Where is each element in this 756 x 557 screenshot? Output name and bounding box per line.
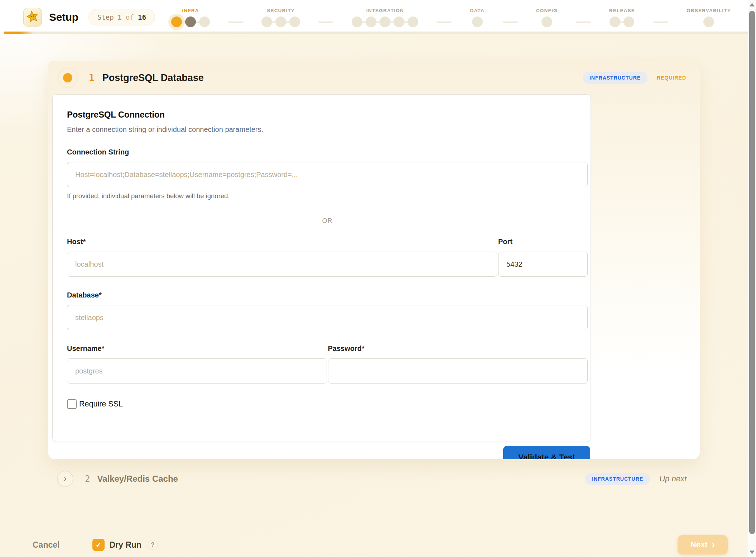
dry-run-help-button[interactable]: ? — [148, 540, 158, 550]
stage-label: OBSERVABILITY — [687, 8, 731, 13]
section1-header: 1 PostgreSQL Database INFRASTRUCTURE REQ… — [48, 61, 700, 94]
section2-number: 2 — [85, 474, 90, 484]
password-input[interactable] — [328, 358, 588, 384]
section-valkey-redis-cache: › 2 Valkey/Redis Cache INFRASTRUCTURE Up… — [48, 465, 700, 493]
progress-bar-track — [4, 32, 756, 34]
up-next-status: Up next — [659, 474, 687, 484]
active-step-dot — [63, 73, 72, 82]
dry-run-label: Dry Run — [109, 540, 141, 550]
stage-dot-done — [185, 16, 196, 27]
host-label: Host* — [67, 238, 497, 246]
stage-dot-pending — [703, 16, 714, 27]
stage-dot-pending — [352, 16, 362, 27]
stage-data: DATA — [470, 8, 484, 27]
stage-dot-pending — [380, 16, 390, 27]
required-badge: REQUIRED — [657, 75, 686, 81]
stage-dot-pending — [472, 16, 483, 27]
step-of: of — [126, 13, 134, 21]
stage-dot-pending — [610, 16, 620, 27]
section2-title: Valkey/Redis Cache — [97, 474, 178, 484]
form-description: Enter a connection string or individual … — [67, 125, 588, 134]
stage-dot-pending — [394, 16, 404, 27]
stepper: INFRASECURITYINTEGRATIONDATACONFIGRELEAS… — [171, 8, 731, 27]
question-icon: ? — [151, 542, 155, 548]
active-step-indicator-icon — [57, 67, 78, 88]
form-heading: PostgreSQL Connection — [67, 110, 588, 120]
chevron-right-icon: › — [712, 540, 715, 549]
section1-title: PostgreSQL Database — [102, 72, 204, 84]
chevron-right-icon: › — [64, 473, 67, 484]
step-total: 16 — [138, 13, 146, 21]
require-ssl-checkbox[interactable] — [67, 399, 77, 409]
step-counter-badge: Step 1 of 16 — [88, 9, 155, 25]
port-input[interactable] — [498, 252, 588, 277]
stage-dot-pending — [623, 16, 634, 27]
connection-string-input[interactable] — [67, 162, 588, 187]
stage-observability: OBSERVABILITY — [687, 8, 731, 27]
stage-dots — [171, 16, 210, 27]
app-logo — [23, 8, 42, 27]
validate-test-button[interactable]: Validate & Test — [503, 446, 590, 460]
username-input[interactable] — [67, 358, 327, 384]
stage-label: DATA — [470, 8, 484, 13]
cancel-button[interactable]: Cancel — [30, 540, 62, 550]
connection-string-help: If provided, individual parameters below… — [67, 192, 588, 200]
next-button-label: Next — [690, 540, 708, 549]
scroll-up-icon[interactable] — [750, 3, 755, 6]
check-icon: ✓ — [96, 541, 102, 549]
progress-bar-fill — [4, 32, 34, 34]
stage-dot-pending — [408, 16, 418, 27]
infrastructure-badge: INFRASTRUCTURE — [585, 473, 650, 485]
next-button[interactable]: Next › — [678, 535, 728, 554]
stage-dot-pending — [541, 16, 552, 27]
stage-infra: INFRA — [171, 8, 210, 27]
scroll-down-icon[interactable] — [750, 551, 755, 554]
vertical-scrollbar[interactable] — [748, 0, 756, 557]
require-ssl-label: Require SSL — [79, 400, 123, 409]
stage-label: RELEASE — [609, 8, 635, 13]
expand-section-button[interactable]: › — [57, 471, 73, 487]
scrollbar-thumb[interactable] — [749, 11, 755, 534]
stage-connector — [437, 22, 452, 23]
or-divider-label: OR — [322, 217, 333, 225]
stage-dot-pending — [366, 16, 376, 27]
or-divider: OR — [67, 217, 588, 225]
stage-dots — [610, 16, 634, 27]
stage-config: CONFIG — [536, 8, 558, 27]
stage-label: SECURITY — [267, 8, 295, 13]
stage-security: SECURITY — [261, 8, 300, 27]
wizard-footer: Cancel ✓ Dry Run ? Next › — [0, 534, 748, 556]
stage-label: INTEGRATION — [366, 8, 404, 13]
stage-release: RELEASE — [609, 8, 635, 27]
stage-dots — [703, 16, 714, 27]
stage-integration: INTEGRATION — [352, 8, 418, 27]
connection-string-label: Connection String — [67, 148, 588, 156]
password-label: Password* — [328, 344, 588, 353]
stage-label: CONFIG — [536, 8, 558, 13]
app-header: Setup Step 1 of 16 INFRASECURITYINTEGRAT… — [0, 0, 756, 34]
stage-dot-pending — [275, 16, 286, 27]
stage-connector — [576, 22, 591, 23]
star-icon — [24, 9, 41, 25]
stage-label: INFRA — [182, 8, 199, 13]
step-current: 1 — [118, 13, 122, 21]
port-label: Port — [498, 238, 588, 246]
section1-number: 1 — [89, 72, 95, 83]
stage-connector — [228, 22, 243, 23]
username-label: Username* — [67, 344, 327, 353]
dry-run-checkbox[interactable]: ✓ — [92, 539, 105, 551]
postgresql-connection-panel: PostgreSQL Connection Enter a connection… — [52, 94, 591, 442]
stage-dot-pending — [199, 16, 210, 27]
page-title: Setup — [49, 11, 78, 23]
step-prefix: Step — [97, 13, 114, 21]
stage-dots — [261, 16, 300, 27]
stage-dot-pending — [261, 16, 272, 27]
database-label: Database* — [67, 291, 588, 299]
stage-dot-pending — [289, 16, 300, 27]
stage-dot-active — [171, 16, 182, 27]
stage-dots — [541, 16, 552, 27]
host-input[interactable] — [67, 252, 497, 277]
database-input[interactable] — [67, 305, 588, 330]
stage-connector — [318, 22, 333, 23]
infrastructure-badge: INFRASTRUCTURE — [583, 72, 647, 84]
